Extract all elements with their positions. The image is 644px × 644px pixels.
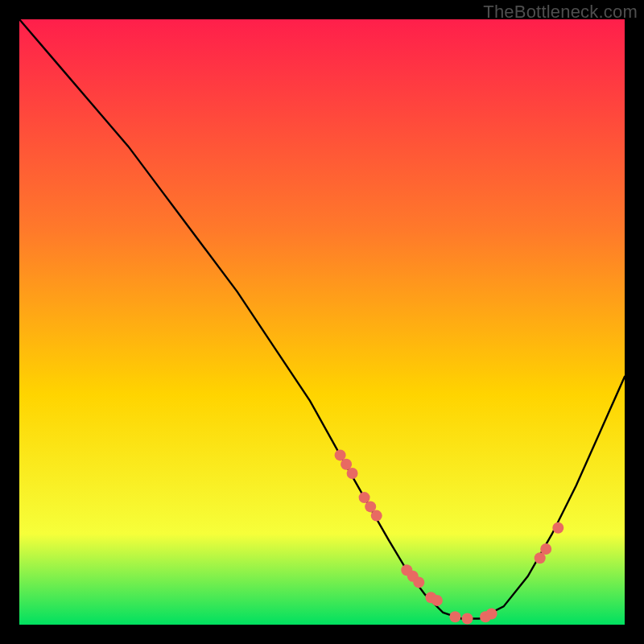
marker-dot — [371, 510, 382, 522]
marker-dot — [486, 609, 497, 620]
chart-frame — [19, 19, 625, 625]
marker-dot — [449, 611, 460, 622]
marker-dot — [347, 468, 358, 479]
marker-dot — [540, 543, 551, 555]
marker-dot — [552, 522, 564, 534]
bottleneck-chart — [19, 19, 625, 625]
marker-dot — [431, 595, 443, 606]
marker-dot — [462, 613, 473, 625]
marker-dot — [413, 576, 424, 588]
gradient-background — [19, 19, 625, 625]
